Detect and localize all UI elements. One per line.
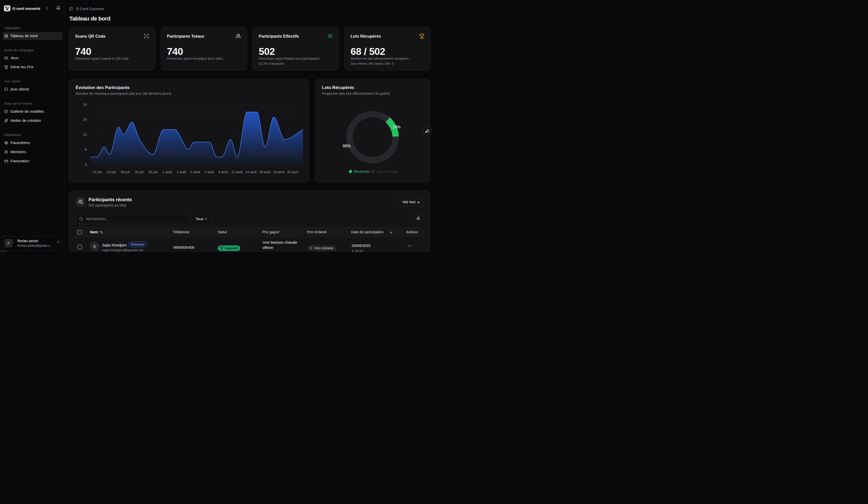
svg-text:0: 0 xyxy=(85,163,87,167)
svg-text:22 juil.: 22 juil. xyxy=(93,170,103,174)
svg-text:14 août: 14 août xyxy=(245,170,257,174)
svg-text:9 août: 9 août xyxy=(218,170,228,174)
svg-text:5 août: 5 août xyxy=(190,170,200,174)
svg-text:24 juil.: 24 juil. xyxy=(107,170,116,174)
svg-text:12: 12 xyxy=(83,133,87,136)
svg-text:28 juil.: 28 juil. xyxy=(135,170,144,174)
svg-text:16 août: 16 août xyxy=(259,170,271,174)
svg-text:7 août: 7 août xyxy=(204,170,214,174)
svg-text:6: 6 xyxy=(85,148,87,151)
svg-text:3 août: 3 août xyxy=(177,170,186,174)
svg-text:24: 24 xyxy=(83,103,87,106)
svg-text:12 août: 12 août xyxy=(231,170,243,174)
svg-text:26 juil.: 26 juil. xyxy=(121,170,131,174)
svg-text:18: 18 xyxy=(83,117,87,121)
svg-text:20 août: 20 août xyxy=(287,170,298,174)
svg-text:30 juil.: 30 juil. xyxy=(148,170,158,174)
svg-text:1 août: 1 août xyxy=(163,170,172,174)
svg-text:18 août: 18 août xyxy=(273,170,285,174)
